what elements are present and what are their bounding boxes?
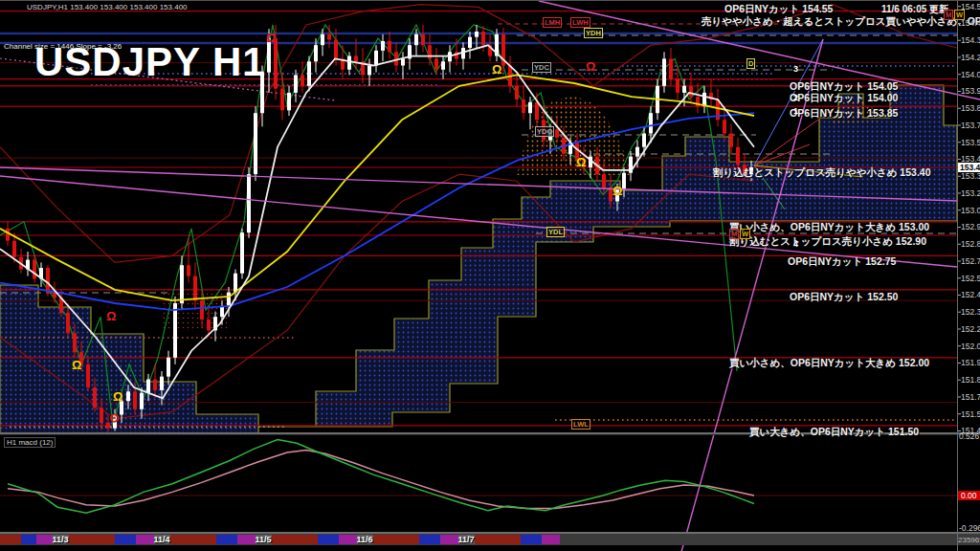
- price-scale-tick: 154.585: [961, 2, 980, 11]
- candle-body: [434, 58, 438, 69]
- op-annotation-text: 割り込むとストップロス売りやや小さめ 153.40: [713, 166, 930, 180]
- candle-body: [287, 93, 291, 110]
- candle-body: [167, 358, 170, 377]
- wave-count-number: 3: [793, 64, 798, 74]
- date-axis-label: 11/4: [153, 535, 169, 544]
- session-color-segment: [542, 535, 560, 544]
- candle-body: [635, 147, 639, 157]
- omega-signal-icon: Ω: [492, 62, 501, 77]
- level-tag-lwl: LWL: [571, 419, 590, 430]
- wave-count-number: 1: [793, 106, 798, 116]
- session-color-segment: [475, 535, 521, 544]
- candle-body: [180, 265, 184, 303]
- level-tag-lmh: LMH: [543, 17, 562, 28]
- candle-body: [140, 393, 144, 409]
- level-tag-m: M: [944, 10, 953, 20]
- candle-body: [401, 58, 405, 65]
- candle-body: [33, 260, 36, 279]
- price-scale-tick: 153.460: [961, 154, 980, 164]
- session-color-segment: [0, 535, 21, 544]
- price-scale-tick: 152.960: [961, 222, 980, 231]
- candle-body: [368, 66, 371, 76]
- candle-body: [301, 75, 304, 85]
- candle-body: [515, 86, 519, 99]
- price-scale-tick: 153.210: [961, 188, 980, 198]
- session-color-segment: [115, 535, 136, 544]
- candle-body: [481, 32, 485, 45]
- candle-body: [622, 173, 626, 189]
- session-color-segment: [373, 535, 419, 544]
- price-scale-tick: 151.960: [961, 358, 980, 367]
- level-tag-ydh: YDH: [584, 28, 603, 38]
- candle-body: [528, 102, 532, 113]
- price-scale-tick: 154.335: [961, 35, 980, 45]
- candle-body: [73, 333, 77, 352]
- session-color-segment: [440, 535, 458, 544]
- date-axis-label: 11/6: [356, 535, 372, 544]
- candle-body: [421, 34, 425, 45]
- price-scale-tick: 152.585: [961, 274, 980, 283]
- symbol-ohlc-readout: USDJPY,H1 153.400 153.400 153.400 153.40…: [27, 3, 188, 11]
- candle-body: [93, 387, 97, 408]
- price-scale-tick: 153.335: [961, 171, 980, 181]
- price-scale-tick: 154.460: [961, 18, 980, 28]
- candle-body: [12, 241, 16, 257]
- ma-yellow-line: [0, 75, 754, 300]
- omega-signal-icon: Ω: [586, 59, 595, 74]
- session-color-segment: [170, 535, 216, 544]
- candle-body: [388, 41, 391, 52]
- price-scale-tick: 152.835: [961, 239, 980, 249]
- candle-body: [736, 147, 740, 165]
- chart-window: USDJPY,H1 153.400 153.400 153.400 153.40…: [0, 0, 980, 551]
- candle-body: [374, 51, 378, 66]
- omega-signal-icon: Ω: [612, 184, 622, 198]
- candle-body: [274, 38, 278, 89]
- op-annotation-text: 売りやや小さめ・超えるとストップロス買いやや小さめ、OP6日NYカッ: [702, 15, 980, 29]
- wave-count-number: 4: [793, 239, 798, 249]
- candle-body: [314, 45, 318, 61]
- candle-body: [669, 58, 673, 78]
- level-tag-ydl: YDL: [546, 227, 565, 237]
- price-scale-tick: 153.585: [961, 138, 980, 147]
- price-scale-tick: 153.085: [961, 206, 980, 215]
- candle-body: [187, 265, 190, 276]
- candle-body: [649, 113, 653, 133]
- candle-body: [689, 86, 693, 97]
- candle-body: [153, 380, 157, 390]
- date-axis-label: 11/7: [457, 535, 474, 544]
- macd-zero-marker: 0.00: [958, 491, 980, 500]
- candle-body: [321, 34, 324, 45]
- session-color-segment: [318, 535, 339, 544]
- session-color-segment: [136, 535, 154, 544]
- indicator-label: H1 macd (12): [4, 437, 56, 448]
- price-scale-tick: 151.835: [961, 375, 980, 385]
- price-scale-tick: 151.585: [961, 409, 980, 419]
- macd-pane[interactable]: [0, 440, 957, 514]
- session-color-segment: [521, 535, 542, 544]
- op-annotation-text: OP6日NYカット 152.75: [788, 255, 896, 269]
- op-annotation-text: OP6日NYカット 153.85: [790, 107, 898, 121]
- candle-body: [334, 40, 338, 59]
- session-color-segment: [419, 535, 440, 544]
- price-scale-tick: 152.085: [961, 342, 980, 351]
- candle-body: [66, 313, 70, 333]
- candle-body: [234, 274, 237, 293]
- macd-signal-line: [8, 451, 754, 509]
- candle-body: [247, 174, 251, 232]
- candle-body: [347, 56, 351, 70]
- level-tag-w: W: [740, 229, 750, 239]
- price-scale-separator[interactable]: [957, 1, 958, 551]
- date-axis-label: 11/5: [255, 535, 271, 544]
- price-scale-tick: 151.710: [961, 392, 980, 402]
- session-color-segment: [21, 535, 36, 544]
- omega-signal-icon: ⊙: [109, 410, 120, 425]
- candle-body: [381, 41, 385, 51]
- candle-body: [354, 56, 358, 62]
- candle-body: [280, 89, 284, 111]
- candle-body: [602, 174, 606, 187]
- candle-body: [475, 32, 479, 37]
- scale-footer-value: 235969: [958, 536, 980, 544]
- omega-signal-icon: Ω: [72, 358, 81, 372]
- price-scale-tick: 152.710: [961, 256, 980, 266]
- session-color-segment: [69, 535, 115, 544]
